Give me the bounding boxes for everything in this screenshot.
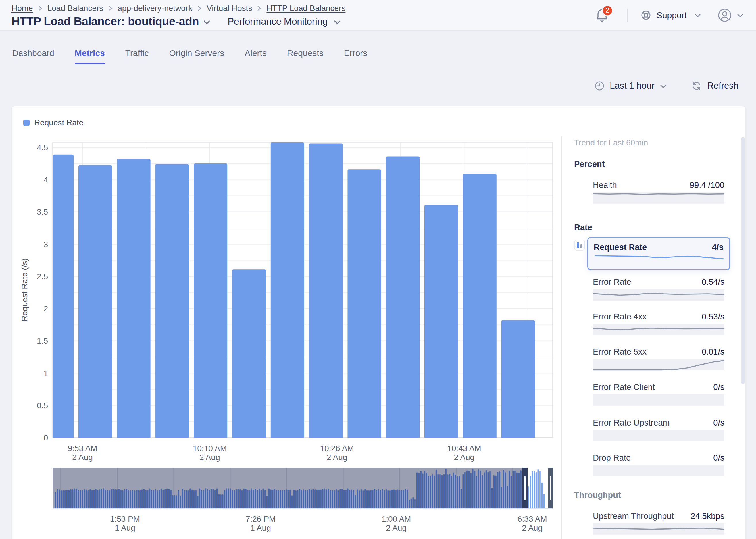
brush-bar <box>355 495 356 508</box>
bar-2[interactable] <box>117 159 151 437</box>
notifications-button[interactable]: 2 <box>595 8 609 23</box>
tab-dashboard[interactable]: Dashboard <box>12 48 54 64</box>
metric-row[interactable]: Error Rate 5xx0.01/s <box>593 347 724 356</box>
brush-bar <box>503 470 504 508</box>
time-range-brush[interactable]: 1:53 PM1 Aug7:26 PM1 Aug1:00 AM2 Aug6:33… <box>12 468 564 537</box>
brush-bar <box>356 489 358 508</box>
tab-errors[interactable]: Errors <box>344 48 367 64</box>
brush-bar <box>159 490 160 508</box>
brush-bar <box>162 489 164 508</box>
bar-6[interactable] <box>271 142 304 437</box>
brush-bar <box>205 489 206 508</box>
metric-label: Error Rate Upstream <box>593 418 670 427</box>
tab-alerts[interactable]: Alerts <box>245 48 266 64</box>
brush-bar <box>228 489 229 508</box>
bar-10[interactable] <box>424 205 458 437</box>
bar-3[interactable] <box>155 164 189 437</box>
brush-bar <box>316 489 318 508</box>
time-range-selector[interactable]: Last 1 hour <box>594 81 667 91</box>
brush-bar <box>415 499 416 508</box>
bar-4[interactable] <box>194 164 227 437</box>
bar-chart-icon[interactable] <box>574 240 585 251</box>
bar-12[interactable] <box>501 320 535 437</box>
bar-11[interactable] <box>463 174 496 437</box>
brush-bar <box>341 489 343 508</box>
bar-7[interactable] <box>309 143 343 437</box>
brush-bar <box>257 490 258 508</box>
brush-bar <box>174 495 176 508</box>
user-menu[interactable] <box>718 8 744 22</box>
brush-bar <box>516 472 518 508</box>
bar-5[interactable] <box>232 269 266 437</box>
metric-row[interactable]: Upstream Throughput24.5kbps <box>593 511 724 521</box>
metric-row[interactable]: Error Rate Client0/s <box>593 382 724 392</box>
metric-row-line: Request Rate4/s <box>594 243 723 252</box>
brush-bar <box>505 472 506 508</box>
brush-bar <box>299 489 301 508</box>
title-chevron-down-icon[interactable] <box>203 20 211 25</box>
view-selector[interactable]: Performance Monitoring <box>228 16 341 27</box>
time-range-label: Last 1 hour <box>610 81 654 91</box>
metric-row-line: Error Rate Client0/s <box>593 382 724 392</box>
tab-traffic[interactable]: Traffic <box>125 48 149 64</box>
metric-row[interactable]: Error Rate 4xx0.53/s <box>593 312 724 322</box>
brush-bar <box>366 490 368 508</box>
brush-bar <box>66 490 68 508</box>
tab-requests[interactable]: Requests <box>287 48 324 64</box>
brush-bar <box>114 489 116 508</box>
metric-row[interactable]: Health99.4 /100 <box>593 181 724 190</box>
breadcrumb-item[interactable]: HTTP Load Balancers <box>266 4 345 13</box>
brush-bar <box>178 490 179 508</box>
metric-row-selected[interactable]: Request Rate4/s <box>587 237 730 270</box>
refresh-button[interactable]: Refresh <box>692 81 738 91</box>
y-axis-tick-label: 0.5 <box>37 401 48 410</box>
breadcrumb-item[interactable]: Load Balancers <box>47 4 104 13</box>
brush-bar <box>380 490 381 508</box>
brush-bar <box>145 490 147 508</box>
brush-bar <box>336 489 337 508</box>
request-rate-bar-chart[interactable]: 00.511.522.533.544.5Request Rate (/s)9:5… <box>12 106 564 465</box>
breadcrumb-item[interactable]: Virtual Hosts <box>207 4 252 13</box>
brush-bar <box>188 490 189 508</box>
brush-bar <box>141 489 143 508</box>
metric-sparkline <box>593 288 724 302</box>
brush-bar <box>343 490 345 508</box>
brush-handle-left[interactable] <box>522 468 528 508</box>
brush-handle-grip <box>550 476 551 500</box>
metric-label: Drop Rate <box>593 453 631 463</box>
brush-bar <box>199 489 200 508</box>
metric-row-line: Error Rate 4xx0.53/s <box>593 312 724 322</box>
brush-bar <box>495 476 496 508</box>
breadcrumb-item[interactable]: Home <box>12 4 33 13</box>
brush-bar <box>265 490 266 508</box>
support-label: Support <box>656 10 687 20</box>
metric-row[interactable]: Error Rate Upstream0/s <box>593 418 724 427</box>
brush-bar <box>251 489 252 508</box>
brush-bar <box>453 473 454 508</box>
brush-bar <box>278 490 279 508</box>
brush-bar <box>86 489 87 508</box>
chart-type-icon-bar-blue <box>577 242 579 248</box>
metric-row[interactable]: Error Rate0.54/s <box>593 277 724 287</box>
brush-bar <box>514 471 516 508</box>
trend-panel-scrollbar[interactable] <box>741 137 745 384</box>
tab-origin-servers[interactable]: Origin Servers <box>169 48 224 64</box>
brush-bar <box>263 489 264 508</box>
brush-handle-right[interactable] <box>548 468 553 508</box>
bar-0[interactable] <box>53 155 74 437</box>
support-menu[interactable]: Support <box>641 10 701 20</box>
brush-bar <box>103 489 104 508</box>
bar-1[interactable] <box>78 166 112 437</box>
brush-bar <box>361 489 362 508</box>
brush-bar <box>501 487 502 508</box>
breadcrumb-item[interactable]: app-delivery-network <box>117 4 192 13</box>
metric-row[interactable]: Drop Rate0/s <box>593 453 724 463</box>
brush-bar <box>439 474 441 508</box>
tab-metrics[interactable]: Metrics <box>75 48 105 64</box>
brush-tick-time: 7:26 PM <box>246 514 275 523</box>
bar-9[interactable] <box>386 156 419 437</box>
bar-8[interactable] <box>347 169 381 437</box>
brush-bar <box>287 490 289 508</box>
brush-bar <box>255 489 256 508</box>
brush-bar <box>93 490 95 508</box>
